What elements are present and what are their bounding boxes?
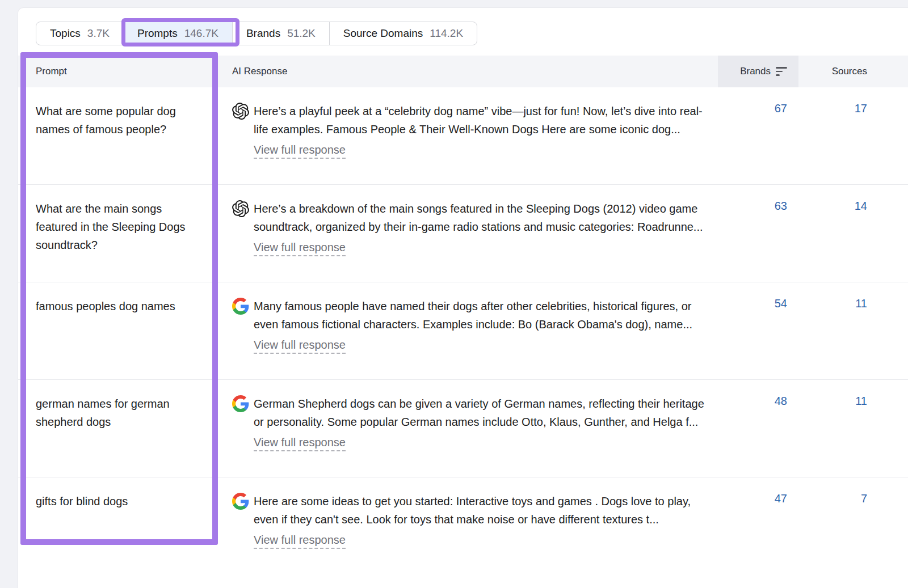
table-body: What are some popular dog names of famou…	[18, 87, 908, 575]
ai-engine-icon	[232, 493, 249, 510]
prompt-cell: gifts for blind dogs	[18, 477, 223, 575]
column-header-sources-label: Sources	[832, 66, 867, 77]
tab-bar: Topics 3.7K Prompts 146.7K Brands 51.2K …	[36, 22, 477, 45]
ai-response-text: Here’s a breakdown of the main songs fea…	[254, 200, 713, 236]
brands-count-link[interactable]: 63	[718, 185, 798, 282]
prompt-cell: german names for german shepherd dogs	[18, 380, 223, 477]
ai-response-body: Here’s a breakdown of the main songs fea…	[254, 200, 713, 256]
view-full-response-link[interactable]: View full response	[254, 337, 346, 354]
google-icon	[232, 395, 249, 412]
column-header-prompt-label: Prompt	[36, 66, 67, 77]
brands-count-link[interactable]: 54	[718, 282, 798, 379]
tab-topics-count: 3.7K	[87, 27, 110, 40]
ai-response-cell: Many famous people have named their dogs…	[223, 282, 718, 379]
sources-count-link[interactable]: 11	[798, 282, 891, 379]
ai-response-text: German Shepherd dogs can be given a vari…	[254, 395, 713, 431]
table-row: What are some popular dog names of famou…	[18, 87, 908, 185]
tab-source-domains-count: 114.2K	[430, 27, 463, 40]
column-header-brands-label: Brands	[740, 66, 771, 77]
google-icon	[232, 298, 249, 315]
brands-count-link[interactable]: 47	[718, 477, 798, 575]
column-header-ai-response-label: AI Response	[232, 66, 287, 77]
brands-count-link[interactable]: 67	[718, 87, 798, 184]
ai-engine-icon	[232, 395, 249, 412]
table-header: Prompt AI Response Brands Sources	[18, 56, 908, 87]
prompt-cell: What are the main songs featured in the …	[18, 185, 223, 282]
table-row: german names for german shepherd dogs Ge…	[18, 380, 908, 477]
tab-topics-label: Topics	[50, 27, 81, 40]
view-full-response-link[interactable]: View full response	[254, 435, 346, 451]
sources-count-link[interactable]: 11	[798, 380, 891, 477]
tab-brands-label: Brands	[246, 27, 280, 40]
ai-response-text: Here are some ideas to get you started: …	[254, 492, 713, 528]
tab-brands[interactable]: Brands 51.2K	[232, 22, 329, 45]
view-full-response-link[interactable]: View full response	[254, 532, 346, 549]
google-icon	[232, 493, 249, 510]
ai-response-cell: Here’s a playful peek at a “celebrity do…	[223, 87, 718, 184]
ai-response-text: Many famous people have named their dogs…	[254, 297, 713, 333]
column-header-brands[interactable]: Brands	[718, 56, 798, 87]
results-panel: Topics 3.7K Prompts 146.7K Brands 51.2K …	[18, 7, 908, 588]
table-row: What are the main songs featured in the …	[18, 185, 908, 282]
tab-prompts[interactable]: Prompts 146.7K	[123, 22, 232, 45]
page: Topics 3.7K Prompts 146.7K Brands 51.2K …	[0, 0, 908, 588]
column-header-prompt[interactable]: Prompt	[18, 56, 223, 87]
prompt-cell: famous peoples dog names	[18, 282, 223, 379]
tab-brands-count: 51.2K	[287, 27, 316, 40]
brands-count-link[interactable]: 48	[718, 380, 798, 477]
ai-response-body: German Shepherd dogs can be given a vari…	[254, 395, 713, 451]
ai-engine-icon	[232, 103, 249, 120]
ai-response-cell: German Shepherd dogs can be given a vari…	[223, 380, 718, 477]
prompt-cell: What are some popular dog names of famou…	[18, 87, 223, 184]
ai-engine-icon	[232, 200, 249, 217]
chatgpt-icon	[232, 200, 249, 217]
ai-response-body: Many famous people have named their dogs…	[254, 297, 713, 354]
sort-descending-icon	[776, 67, 787, 76]
ai-response-cell: Here’s a breakdown of the main songs fea…	[223, 185, 718, 282]
tab-prompts-count: 146.7K	[184, 27, 218, 40]
sources-count-link[interactable]: 17	[798, 87, 891, 184]
ai-response-cell: Here are some ideas to get you started: …	[223, 477, 718, 575]
tab-source-domains[interactable]: Source Domains 114.2K	[329, 22, 477, 45]
chatgpt-icon	[232, 103, 249, 120]
tab-prompts-label: Prompts	[137, 27, 178, 40]
tab-source-domains-label: Source Domains	[343, 27, 423, 40]
ai-engine-icon	[232, 298, 249, 315]
ai-response-body: Here’s a playful peek at a “celebrity do…	[254, 102, 713, 159]
sources-count-link[interactable]: 7	[798, 477, 891, 575]
column-header-ai-response[interactable]: AI Response	[223, 56, 718, 87]
view-full-response-link[interactable]: View full response	[254, 240, 346, 256]
view-full-response-link[interactable]: View full response	[254, 142, 346, 159]
column-header-sources[interactable]: Sources	[798, 56, 891, 87]
table-row: famous peoples dog names Many famous peo…	[18, 282, 908, 380]
tab-topics[interactable]: Topics 3.7K	[36, 22, 123, 45]
sources-count-link[interactable]: 14	[798, 185, 891, 282]
ai-response-body: Here are some ideas to get you started: …	[254, 492, 713, 549]
ai-response-text: Here’s a playful peek at a “celebrity do…	[254, 102, 713, 138]
table-row: gifts for blind dogs Here are some ideas…	[18, 477, 908, 575]
